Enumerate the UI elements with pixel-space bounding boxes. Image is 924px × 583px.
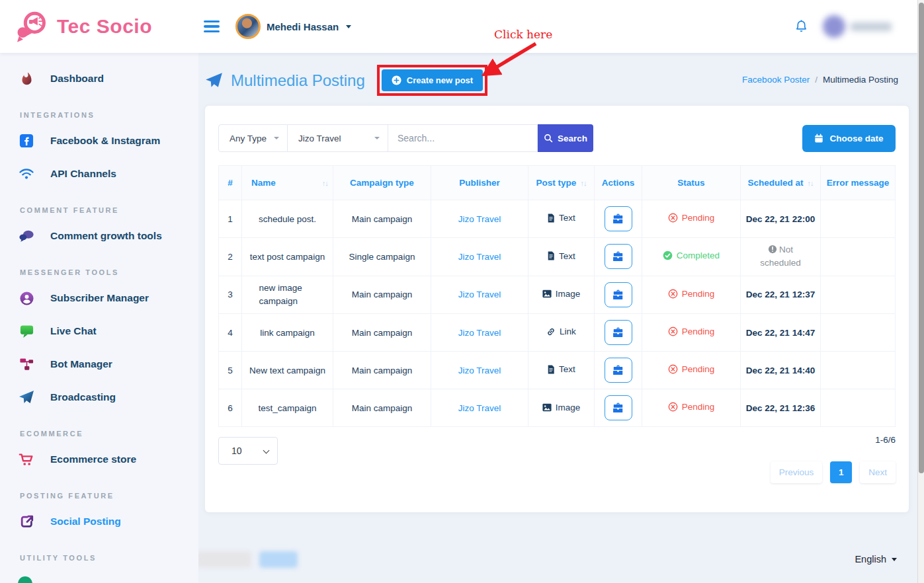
bell-icon[interactable] [794, 19, 808, 34]
image-icon [542, 290, 552, 298]
publisher-link[interactable]: Jizo Travel [458, 328, 501, 338]
status-badge: Pending [668, 289, 715, 299]
paper-plane-icon [205, 72, 223, 89]
share-icon [19, 514, 34, 529]
status-badge: Pending [668, 213, 715, 223]
error-message [821, 314, 896, 352]
user-name: Mehedi Hassan [267, 21, 339, 32]
sidebar-item-api-channels[interactable]: API Channels [0, 157, 198, 190]
col-header-error-message: Error message [821, 166, 896, 200]
status-badge: Pending [668, 327, 715, 336]
sidebar-item-comment-growth-tools[interactable]: Comment growth tools [0, 219, 198, 253]
sidebar-item-live-chat[interactable]: Live Chat [0, 315, 198, 348]
publisher-filter-select[interactable]: Jizo Travel [288, 124, 388, 152]
scheduled-at: Dec 22, 21 14:47 [746, 328, 815, 338]
scrollbar-thumb[interactable] [919, 3, 924, 473]
publisher-link[interactable]: Jizo Travel [458, 252, 501, 262]
previous-page-button[interactable]: Previous [771, 461, 823, 483]
table-row: 1 schedule post. Main campaign Jizo Trav… [219, 200, 896, 238]
content-card: Any Type Jizo Travel Search [205, 106, 909, 512]
post-actions-button[interactable] [605, 395, 632, 420]
status-badge: Pending [668, 402, 715, 412]
table-header-row: # Name ↑↓ Campaign type Publisher Post t… [219, 166, 896, 200]
error-message [821, 200, 896, 238]
next-page-button[interactable]: Next [860, 461, 896, 483]
campaign-type: Main campaign [333, 389, 431, 427]
not-scheduled-label: Not scheduled [752, 243, 809, 270]
sitemap-icon [19, 357, 34, 371]
sort-arrows-icon[interactable]: ↑↓ [808, 179, 814, 187]
circle-x-icon [668, 289, 678, 299]
section-label-comment-feature: COMMENT FEATURE [20, 206, 198, 214]
table-row: 6 test_campaign Main campaign Jizo Trave… [219, 389, 896, 427]
sort-arrows-icon[interactable]: ↑↓ [322, 179, 328, 187]
sort-arrows-icon[interactable]: ↑↓ [580, 179, 586, 187]
post-type-filter-select[interactable]: Any Type [218, 124, 288, 152]
sidebar-item-facebook-instagram[interactable]: Facebook & Instagram [0, 124, 198, 157]
sidebar-item-dashboard[interactable]: Dashboard [0, 62, 198, 95]
error-message [821, 389, 896, 427]
language-select[interactable]: English [855, 554, 897, 564]
table-row: 4 link campaign Main campaign Jizo Trave… [219, 314, 896, 352]
sidebar-item-label: Facebook & Instagram [50, 135, 160, 147]
sidebar-item-subscriber-manager[interactable]: Subscriber Manager [0, 282, 198, 315]
page-size-select[interactable]: 10 [218, 437, 278, 465]
user-circle-icon [19, 291, 34, 306]
post-actions-button[interactable] [605, 282, 632, 307]
breadcrumb-link-facebook-poster[interactable]: Facebook Poster [742, 75, 810, 85]
section-label-utility-tools: UTILITY TOOLS [20, 554, 198, 562]
post-actions-button[interactable] [605, 320, 632, 345]
campaign-type: Main campaign [333, 314, 431, 352]
sidebar-item-broadcasting[interactable]: Broadcasting [0, 381, 198, 414]
hamburger-icon[interactable] [204, 20, 220, 33]
post-actions-button[interactable] [605, 206, 632, 231]
utility-tool-icon[interactable] [18, 576, 32, 583]
error-message [821, 238, 896, 276]
file-text-icon [547, 365, 555, 374]
file-text-icon [547, 214, 555, 223]
wifi-icon [19, 167, 34, 180]
table-row: 5 New text campaign Main campaign Jizo T… [219, 352, 896, 389]
circle-x-icon [668, 364, 678, 374]
page-1-button[interactable]: 1 [830, 461, 852, 483]
briefcase-icon [612, 290, 624, 300]
post-actions-button[interactable] [605, 358, 632, 383]
chevron-down-icon [892, 558, 897, 561]
breadcrumb: Facebook Poster / Multimedia Posting [742, 75, 898, 85]
brand-name: Tec Socio [57, 15, 152, 38]
chevron-down-icon [263, 447, 270, 454]
paper-plane-icon [19, 390, 34, 405]
cart-icon [19, 452, 34, 467]
post-name: test_campaign [242, 389, 333, 427]
section-label-ecommerce: ECOMMERCE [20, 430, 198, 438]
publisher-link[interactable]: Jizo Travel [458, 366, 501, 375]
post-name: New text campaign [242, 352, 333, 389]
scheduled-at: Dec 22, 21 14:40 [746, 366, 815, 375]
status-badge: Completed [663, 251, 720, 260]
col-header-scheduled-at[interactable]: Scheduled at ↑↓ [741, 166, 821, 200]
search-input[interactable] [388, 124, 538, 152]
publisher-link[interactable]: Jizo Travel [458, 403, 501, 413]
user-menu[interactable]: Mehedi Hassan [235, 14, 351, 39]
calendar-icon [814, 134, 823, 143]
page-scrollbar [917, 0, 924, 583]
sidebar-item-social-posting[interactable]: Social Posting [0, 505, 198, 538]
plus-circle-icon [392, 75, 401, 85]
main-content: Multimedia Posting Create new post Faceb… [198, 53, 917, 583]
publisher-link[interactable]: Jizo Travel [458, 290, 501, 299]
choose-date-button[interactable]: Choose date [802, 125, 896, 152]
briefcase-icon [612, 251, 624, 262]
create-new-post-button[interactable]: Create new post [382, 69, 483, 91]
blurred-profile-badge[interactable] [819, 12, 898, 41]
sidebar-item-bot-manager[interactable]: Bot Manager [0, 348, 198, 381]
search-button[interactable]: Search [538, 124, 593, 152]
error-message [821, 352, 896, 389]
page-title: Multimedia Posting [205, 71, 365, 90]
col-header-post-type[interactable]: Post type ↑↓ [528, 166, 595, 200]
sidebar-item-ecommerce-store[interactable]: Ecommerce store [0, 443, 198, 476]
post-actions-button[interactable] [605, 244, 632, 269]
publisher-link[interactable]: Jizo Travel [458, 214, 501, 224]
speech-bubble-megaphone-icon [15, 9, 50, 44]
brand-logo[interactable]: Tec Socio [0, 9, 198, 44]
col-header-name[interactable]: Name ↑↓ [242, 166, 333, 200]
